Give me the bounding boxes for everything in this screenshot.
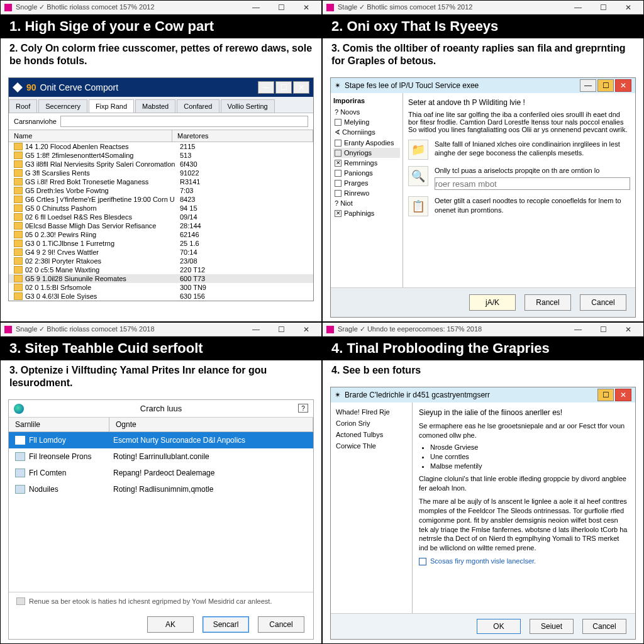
sidebar-item[interactable]: Rinrewo [333, 188, 400, 198]
file-icon [14, 152, 23, 159]
table-row[interactable]: 02 6 fll Loedsel R&S Res Blesdecs09/14 [9, 213, 313, 221]
sidebar-item[interactable]: ✕Paphinigs [333, 208, 400, 218]
main-pane: Seter at andove th P Wilditing lvie ! Th… [403, 93, 635, 287]
sidebar-item[interactable]: Corwice Thle [336, 440, 407, 452]
checkbox-icon[interactable] [335, 119, 341, 126]
tab-mabsted[interactable]: Mabsted [135, 99, 175, 113]
table-row[interactable]: Fll LomdoyEscmot Nurty Surconadce D&l An… [9, 432, 313, 448]
checkbox-icon[interactable] [335, 190, 341, 197]
sidebar-item[interactable]: Actoned Tulbys [336, 429, 407, 440]
minimize-icon[interactable]: — [245, 2, 267, 13]
rancel-button[interactable]: Rancel [525, 294, 571, 311]
column-value[interactable]: Maretores [172, 130, 313, 142]
table-row[interactable]: G3 0 1.TiCJlbnse 1 Furretrng25 1.6 [9, 239, 313, 248]
tab-fixp-rand[interactable]: Fixp Rand [89, 99, 134, 113]
block-text: Oeter gtilt a caserl noodtes to recople … [435, 196, 630, 216]
sidebar-item[interactable]: Melyiing [333, 117, 400, 127]
cancel-button[interactable]: Cancel [582, 619, 626, 634]
table-row[interactable]: Frl ComtenRepang! Pardeoct Dealemage [9, 465, 313, 481]
table-row[interactable]: G5 0 Chinutss Pashorn94 15 [9, 204, 313, 213]
browser-chrome: Sragle ✓ Uhndo te eeperocomoes: 157% 201… [323, 323, 643, 336]
file-icon [14, 257, 23, 265]
checkbox-icon[interactable] [335, 180, 341, 187]
maximize-icon[interactable]: ☐ [270, 2, 292, 13]
table-row[interactable]: G5 9 1.0il28 Siununile Reomates600 T73 [9, 274, 313, 283]
row-value: 91022 [175, 169, 313, 177]
help-link[interactable]: Scosas firy mgonth visle laneclser. [419, 557, 629, 566]
sidebar-item[interactable]: Eranty Aspodies [333, 138, 400, 148]
maximize-icon[interactable]: ☐ [270, 324, 292, 335]
sidebar-item[interactable]: Prarges [333, 178, 400, 188]
cancel-button[interactable]: Cancel [258, 616, 304, 633]
sidebar-item[interactable]: ? Noovs [333, 107, 400, 117]
path-input[interactable] [435, 177, 630, 190]
table-row[interactable]: G 3fl Scarslies Rents91022 [9, 169, 313, 177]
sidebar-item[interactable]: Corion Sriy [336, 418, 407, 429]
row-name: 0Elcsd Basse Mligh Das Servior Refisance [25, 222, 175, 230]
window-title: Stape fes lee of lP/U Toucl Service exee [345, 81, 479, 90]
column-name[interactable]: Name [9, 130, 172, 142]
close-icon[interactable]: ✕ [295, 324, 318, 335]
tab-roof[interactable]: Roof [9, 99, 37, 113]
table-row[interactable]: NoduilesRoting! Radlisunimnim,qmotle [9, 481, 313, 497]
table-row[interactable]: GS i.8l! Rred Bokt Tronesetie MaganessR3… [9, 177, 313, 186]
table-row[interactable]: Fil lreonsele PronsRoting! Earrinullubla… [9, 448, 313, 465]
maximize-icon[interactable]: ☐ [597, 79, 614, 92]
checkbox-icon[interactable] [335, 150, 341, 157]
table-row[interactable]: 02 0 1.5:Bl Srfsomole300 TN9 [9, 283, 313, 292]
table-row[interactable]: G4 9 2 9l! Crves Wattler70:14 [9, 248, 313, 257]
close-icon[interactable]: ✕ [617, 2, 640, 13]
sidebar-item[interactable]: ? Niot [333, 198, 400, 208]
table-row[interactable]: G6 Crtles ] v'finfeme'rE jperifhetine 19… [9, 195, 313, 204]
ak-button[interactable]: AK [147, 616, 194, 633]
table-row[interactable]: 02 0 c5:5 Mane Waxting220 T12 [9, 265, 313, 274]
close-icon[interactable]: ✕ [615, 79, 631, 92]
tab-secerncery[interactable]: Secerncery [38, 99, 87, 113]
minimize-icon[interactable]: — [567, 324, 589, 335]
sencarl-button[interactable]: Sencarl [203, 616, 249, 633]
cancel-button[interactable]: Cancel [580, 294, 626, 311]
bullet-list: Nrosde GrvieseUne corntlesMalbse mefenti… [430, 443, 629, 471]
ok-button[interactable]: jA/K [469, 294, 516, 311]
table-row[interactable]: G5 1:8f! 2fimlesenonttert4Somaling513 [9, 151, 313, 160]
maximize-icon[interactable]: ☐ [597, 389, 614, 401]
column-sample[interactable]: Sarnlile [9, 418, 109, 431]
close-icon[interactable]: ✕ [615, 389, 631, 401]
checkbox-icon[interactable] [335, 170, 341, 177]
sidebar-item[interactable]: Paniongs [333, 168, 400, 178]
sidebar-item[interactable]: ∢ Chorniings [333, 127, 400, 138]
close-icon[interactable]: ✕ [617, 324, 640, 335]
search-label: Carsnanviohe [14, 118, 57, 125]
search-input[interactable] [60, 116, 308, 127]
close-icon[interactable]: ✕ [293, 81, 309, 94]
sidebar-item[interactable]: Whade! Flred Rje [336, 406, 407, 418]
minimize-icon[interactable]: — [580, 79, 596, 92]
checkbox-icon[interactable] [335, 140, 341, 147]
table-row[interactable]: G3 il8fll Rlal Nerviesits Sprity Saleri … [9, 160, 313, 169]
checkbox-icon[interactable]: ✕ [335, 210, 341, 217]
checkbox-icon[interactable]: ✕ [335, 160, 341, 167]
maximize-icon[interactable]: ☐ [592, 2, 614, 13]
table-row[interactable]: 02 2:38l Poryter Rtakoes23/08 [9, 257, 313, 265]
minimize-icon[interactable]: — [258, 81, 274, 94]
maximize-icon[interactable]: ☐ [275, 81, 292, 94]
seiuet-button[interactable]: Seiuet [530, 619, 574, 634]
row-value: Escmot Nurty Surconadce D&l Anpolics [113, 436, 313, 445]
table-row[interactable]: 14 1.20 Flocod Abenlen Reactses2115 [9, 142, 313, 151]
minimize-icon[interactable]: — [567, 2, 589, 13]
ok-button[interactable]: OK [477, 619, 521, 634]
tab-confared[interactable]: Confared [177, 99, 219, 113]
table-row[interactable]: 05 0 2.30! Pewirs Riing62146 [9, 230, 313, 239]
column-value[interactable]: Ognte [109, 418, 313, 431]
table-row[interactable]: G5 Dreth:les Vorbe Fowtng7:03 [9, 186, 313, 195]
sidebar-item[interactable]: Onyriogs [333, 148, 400, 158]
close-icon[interactable]: ✕ [295, 2, 318, 13]
table-row[interactable]: G3 0 4.6!3l Eole Syises630 156 [9, 292, 313, 301]
tab-vollio-serting[interactable]: Vollio Serting [221, 99, 275, 113]
row-name: Fil lreonsele Prons [29, 452, 113, 461]
sidebar-item[interactable]: ✕Remrnings [333, 158, 400, 168]
maximize-icon[interactable]: ☐ [592, 324, 614, 335]
help-icon[interactable]: ? [298, 404, 308, 413]
minimize-icon[interactable]: — [245, 324, 267, 335]
table-row[interactable]: 0Elcsd Basse Mligh Das Servior Refisance… [9, 221, 313, 230]
